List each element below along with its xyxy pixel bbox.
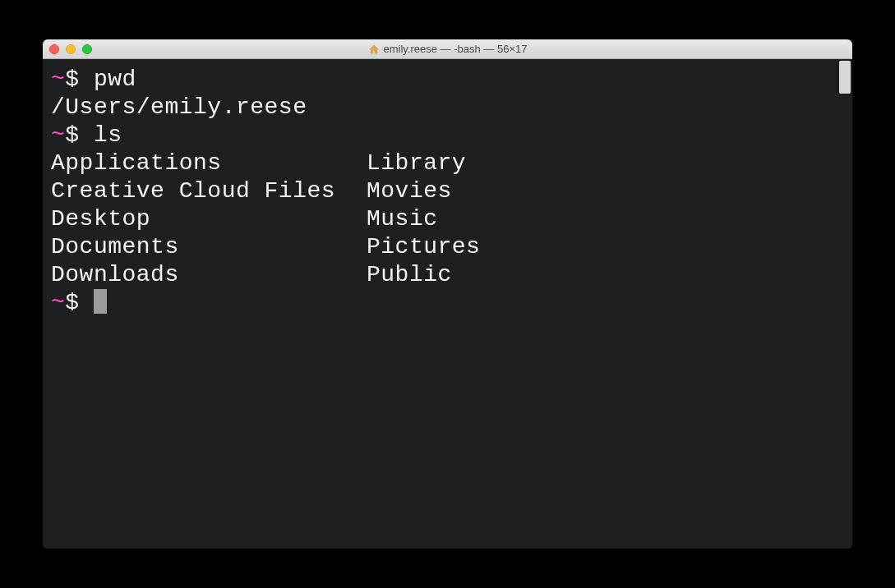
traffic-lights [49,44,92,54]
prompt-line-1: ~$ pwd [51,66,844,94]
prompt-dollar: $ [65,122,79,148]
ls-item: Music [367,205,480,233]
command-ls: ls [94,122,122,148]
scrollbar[interactable] [839,61,851,94]
ls-output: Applications Creative Cloud Files Deskto… [51,149,844,289]
window-title: emily.reese — -bash — 56×17 [384,43,528,55]
prompt-tilde: ~ [51,290,65,315]
maximize-button[interactable] [82,44,92,54]
ls-item: Creative Cloud Files [51,177,367,205]
ls-item: Pictures [367,233,480,261]
command-pwd: pwd [94,67,136,92]
ls-item: Applications [51,149,367,177]
ls-item: Desktop [51,205,367,233]
terminal-window: emily.reese — -bash — 56×17 ~$ pwd /User… [43,39,852,549]
ls-column-1: Applications Creative Cloud Files Deskto… [51,149,367,289]
titlebar: emily.reese — -bash — 56×17 [43,39,852,59]
home-icon [368,44,380,54]
prompt-line-3: ~$ [51,289,844,317]
prompt-tilde: ~ [51,122,65,148]
window-title-wrap: emily.reese — -bash — 56×17 [43,43,852,55]
prompt-line-2: ~$ ls [51,122,844,149]
terminal-body[interactable]: ~$ pwd /Users/emily.reese ~$ ls Applicat… [43,59,852,549]
ls-item: Downloads [51,261,367,289]
ls-item: Public [367,261,480,289]
close-button[interactable] [49,44,59,54]
minimize-button[interactable] [66,44,76,54]
prompt-tilde: ~ [51,67,65,92]
ls-item: Documents [51,233,367,261]
prompt-dollar: $ [65,67,79,92]
cursor [94,289,107,314]
ls-item: Library [367,149,480,177]
ls-item: Movies [367,177,480,205]
ls-column-2: Library Movies Music Pictures Public [367,149,480,289]
prompt-dollar: $ [65,290,79,315]
output-pwd: /Users/emily.reese [51,94,844,122]
